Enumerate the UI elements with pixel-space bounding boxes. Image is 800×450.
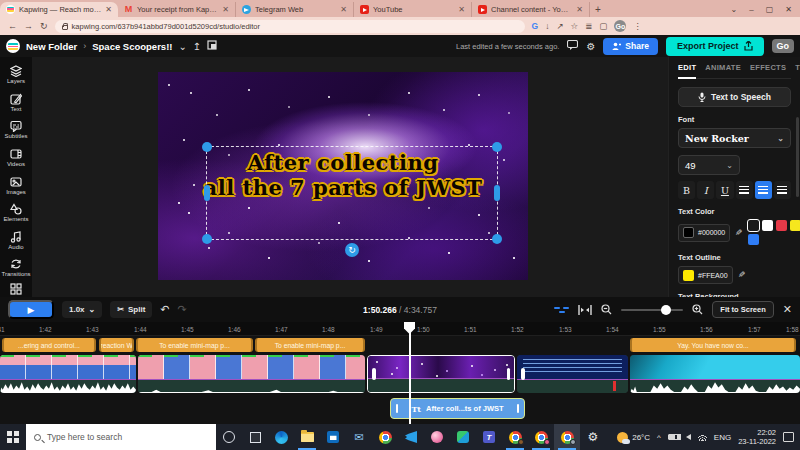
resize-handle-top-left[interactable] <box>202 142 212 152</box>
font-family-select[interactable]: New Rocker ⌄ <box>678 128 791 148</box>
sidebar-item-images[interactable]: Images <box>0 171 32 199</box>
forward-icon[interactable]: → <box>24 21 33 31</box>
eyedropper-icon[interactable]: ✎ <box>738 270 746 280</box>
trim-handle-right[interactable] <box>507 368 511 380</box>
sidebar-item-elements[interactable]: Elements <box>0 199 32 227</box>
resize-handle-top-right[interactable] <box>492 142 502 152</box>
panel-tab-effects[interactable]: EFFECTS <box>750 63 786 72</box>
align-right-button[interactable] <box>774 181 791 199</box>
panel-scrollbar[interactable] <box>796 117 799 197</box>
taskbar-store[interactable] <box>320 424 346 450</box>
subtitle-clip[interactable]: To enable mini-map p... <box>255 338 365 352</box>
export-project-button[interactable]: Export Project <box>666 37 764 56</box>
text-color-input[interactable]: #000000 <box>678 224 730 242</box>
panel-tab-edit[interactable]: EDIT <box>678 63 696 72</box>
taskbar-teams[interactable]: T <box>476 424 502 450</box>
zoom-in-icon[interactable] <box>692 304 703 315</box>
resize-icon[interactable] <box>207 40 217 52</box>
panel-tab-animate[interactable]: ANIMATE <box>705 63 741 72</box>
bold-button[interactable]: B <box>678 181 695 199</box>
taskbar-settings[interactable]: ⚙ <box>580 424 606 450</box>
browser-menu-icon[interactable]: ⋮ <box>633 21 642 31</box>
font-size-select[interactable]: 49 ⌄ <box>678 155 740 175</box>
text-outline-input[interactable]: #FFEA00 <box>678 266 733 284</box>
sidebar-item-layers[interactable]: Layers <box>0 61 32 89</box>
underline-button[interactable]: U <box>716 181 733 199</box>
split-button[interactable]: ✂ Split <box>110 301 152 318</box>
italic-button[interactable]: I <box>697 181 714 199</box>
trim-handle-right[interactable] <box>517 404 519 413</box>
taskbar-edge[interactable] <box>268 424 294 450</box>
video-clip-1[interactable] <box>0 355 136 393</box>
subtitle-clip[interactable]: e reaction W... <box>99 338 134 352</box>
browser-tab-kapwing[interactable]: Kapwing — Reach more people ✕ <box>0 2 118 17</box>
tray-expand-icon[interactable]: ^ <box>657 433 661 442</box>
palette-swatch-black[interactable] <box>748 220 759 231</box>
window-minimize-icon[interactable]: – <box>749 5 753 14</box>
extensions-icon[interactable]: ≣ <box>585 21 592 31</box>
taskbar-mail[interactable]: ✉ <box>346 424 372 450</box>
trim-handle-left[interactable] <box>521 368 525 380</box>
panel-tab-timing[interactable]: TIMING <box>795 63 800 72</box>
video-canvas[interactable]: After collecting all the 7 parts of JWST… <box>158 72 528 280</box>
palette-swatch-yellow[interactable] <box>790 220 800 231</box>
subtitle-clip[interactable]: ...ering and control... <box>2 338 96 352</box>
subtitle-clip[interactable]: Yay. You have now co... <box>630 338 796 352</box>
window-restore-down-icon[interactable]: ⌄ <box>731 5 738 14</box>
fit-to-screen-button[interactable]: Fit to Screen <box>712 301 773 318</box>
video-clip-3-selected[interactable] <box>367 355 515 393</box>
subtitle-clip[interactable]: To enable mini-map p... <box>136 338 253 352</box>
back-icon[interactable]: ← <box>8 21 17 31</box>
browser-tab-youtube-studio[interactable]: Channel content - YouTube Studi ✕ <box>472 2 590 17</box>
fit-clip-icon[interactable] <box>578 305 592 315</box>
tab-close-icon[interactable]: ✕ <box>105 5 112 14</box>
playback-speed-select[interactable]: 1.0x ⌄ <box>62 301 102 318</box>
palette-swatch-red[interactable] <box>776 220 787 231</box>
address-bar[interactable]: kapwing.com/637b941abbd79d001d5209cd/stu… <box>55 20 525 33</box>
undo-icon[interactable]: ↶ <box>160 303 169 316</box>
taskbar-bluestacks[interactable] <box>450 424 476 450</box>
browser-tab-gmail[interactable]: Your receipt from Kapwing, Inc. ✕ <box>118 2 236 17</box>
resize-handle-left[interactable] <box>204 185 210 201</box>
video-clip-2[interactable] <box>138 355 365 393</box>
redo-icon[interactable]: ↷ <box>178 303 187 316</box>
timeline-ruler[interactable]: 1:41 1:42 1:43 1:44 1:45 1:46 1:47 1:48 … <box>0 322 800 336</box>
sidebar-item-audio[interactable]: Audio <box>0 227 32 255</box>
reload-icon[interactable]: ↻ <box>40 21 48 31</box>
window-close-icon[interactable]: ✕ <box>785 5 792 14</box>
window-maximize-icon[interactable]: ▢ <box>766 5 774 14</box>
bookmark-star-icon[interactable]: ☆ <box>571 21 579 31</box>
network-icon[interactable] <box>698 434 707 441</box>
text-to-speech-button[interactable]: Text to Speech <box>678 87 791 107</box>
taskbar-file-explorer[interactable] <box>294 424 320 450</box>
browser-tab-youtube[interactable]: YouTube ✕ <box>354 2 472 17</box>
taskbar-chrome[interactable] <box>372 424 398 450</box>
taskbar-chrome-profile-3[interactable] <box>554 424 580 450</box>
share-page-icon[interactable]: ↗ <box>556 21 563 31</box>
zoom-slider-thumb[interactable] <box>661 305 671 315</box>
resize-handle-bottom-right[interactable] <box>492 234 502 244</box>
sidebar-item-transitions[interactable]: Transitions <box>0 254 32 282</box>
profile-go-badge[interactable]: Go <box>614 20 626 32</box>
snap-toggle-icon[interactable] <box>554 307 569 313</box>
taskbar-chrome-profile-2[interactable] <box>528 424 554 450</box>
task-view-button[interactable] <box>242 424 268 450</box>
project-menu-chevron-icon[interactable]: ⌄ <box>178 41 186 52</box>
clock[interactable]: 22:02 23-11-2022 <box>738 428 776 447</box>
rotate-handle[interactable]: ↻ <box>345 243 359 257</box>
play-button[interactable]: ▶ <box>8 300 54 319</box>
timeline-zoom-slider[interactable] <box>621 309 683 311</box>
download-icon[interactable]: ↓ <box>545 21 549 31</box>
sidebar-item-text[interactable]: Text <box>0 89 32 117</box>
tab-close-icon[interactable]: ✕ <box>458 5 465 14</box>
tab-close-icon[interactable]: ✕ <box>340 5 347 14</box>
eyedropper-icon[interactable]: ✎ <box>735 228 743 238</box>
resize-handle-bottom-left[interactable] <box>202 234 212 244</box>
playhead-line[interactable] <box>409 322 411 424</box>
sidebar-toggle-icon[interactable]: ▢ <box>599 21 607 31</box>
close-timeline-icon[interactable]: ✕ <box>783 303 792 316</box>
align-center-button[interactable] <box>755 181 772 199</box>
sidebar-item-videos[interactable]: Videos <box>0 144 32 172</box>
action-center-icon[interactable] <box>783 432 794 442</box>
resize-handle-right[interactable] <box>494 185 500 201</box>
